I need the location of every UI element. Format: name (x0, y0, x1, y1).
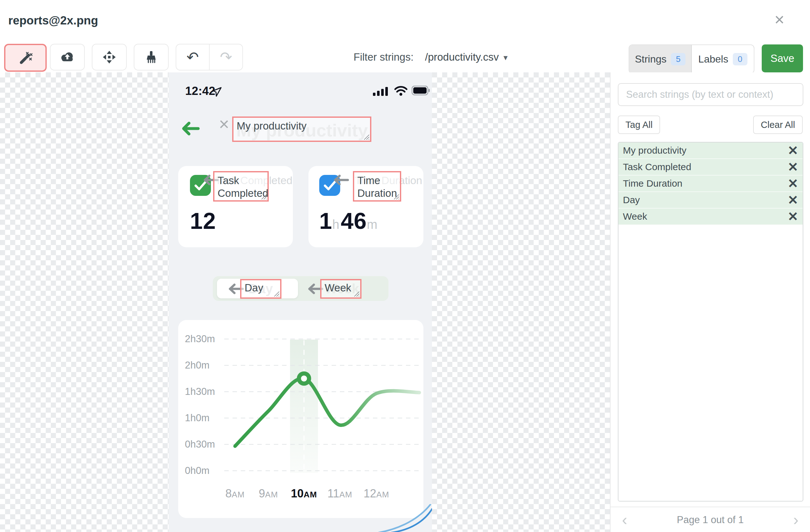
move-icon (102, 50, 116, 64)
annotation-title-text: My productivity (237, 120, 307, 132)
remove-string-icon[interactable]: ✕ (788, 210, 798, 223)
filter-file-dropdown[interactable]: /productivity.csv (425, 51, 499, 63)
annotation-box-time-duration[interactable]: Time Duration (353, 171, 401, 202)
resize-handle-icon[interactable] (354, 291, 359, 297)
page-indicator: Page 1 out of 1 (611, 514, 810, 526)
pagination: ‹ Page 1 out of 1 › (611, 506, 810, 532)
list-item[interactable]: Day✕ (618, 192, 803, 209)
list-item[interactable]: Task Completed✕ (618, 159, 803, 176)
duration-minutes-unit: m (367, 217, 377, 231)
search-input[interactable] (618, 83, 803, 106)
card-task-completed: Task Completed Task Completed 12 (178, 166, 293, 247)
move-button[interactable] (92, 44, 127, 70)
battery-icon (412, 86, 430, 96)
magic-wand-icon (18, 50, 33, 65)
tab-labels[interactable]: Labels 0 (692, 45, 754, 73)
filter-strings-label: Filter strings: (354, 51, 414, 63)
string-tagging-app: reports@2x.png × (0, 0, 810, 532)
tag-all-button[interactable]: Tag All (618, 116, 660, 134)
tab-strings[interactable]: Strings 5 (629, 45, 692, 73)
signal-bars-icon (373, 86, 390, 97)
annotation-box-week[interactable]: Week (320, 279, 361, 299)
strings-panel: Tag All Clear All My productivity✕ Task … (610, 72, 810, 532)
cloud-upload-icon (60, 51, 75, 64)
annotation-week-text: Week (325, 282, 351, 294)
y-axis-tick: 0h30m (185, 439, 229, 450)
list-item[interactable]: Time Duration✕ (618, 176, 803, 192)
duration-minutes: 46 (341, 208, 367, 234)
screenshot-phone: 12:42 × My productivity My productivity (169, 72, 432, 532)
y-axis-tick: 2h30m (185, 333, 229, 345)
annotation-task-text: Task Completed (217, 174, 269, 200)
remove-string-icon[interactable]: ✕ (788, 144, 798, 157)
clear-all-button[interactable]: Clear All (753, 116, 803, 134)
string-text: Time Duration (623, 178, 682, 189)
back-arrow-icon (180, 121, 200, 136)
location-arrow-icon (212, 86, 223, 97)
annotation-box-title[interactable]: My productivity (232, 116, 371, 142)
remove-string-icon[interactable]: ✕ (788, 177, 798, 190)
chevron-down-icon[interactable]: ▾ (503, 53, 507, 63)
close-icon[interactable]: × (774, 11, 784, 28)
undo-redo-group: ↶ ↷ (176, 44, 243, 70)
chevron-right-icon[interactable]: › (793, 512, 798, 528)
resize-handle-icon[interactable] (274, 291, 279, 297)
y-axis-tick: 1h0m (185, 412, 229, 424)
annotation-box-task-completed[interactable]: Task Completed (213, 171, 269, 202)
annotation-box-day[interactable]: Day (240, 279, 281, 299)
duration-hours: 1 (319, 208, 332, 234)
task-count-value: 12 (190, 208, 216, 234)
y-axis-tick: 1h30m (185, 386, 229, 397)
magic-wand-button[interactable] (4, 44, 47, 72)
remove-string-icon[interactable]: ✕ (788, 194, 798, 206)
day-week-toggle: Day Day Week Week (213, 276, 388, 301)
resize-handle-icon[interactable] (364, 134, 369, 140)
list-item[interactable]: Week✕ (618, 209, 803, 225)
toolbar: ↶ ↷ Filter strings: /productivity.csv ▾ … (0, 40, 810, 73)
ghost-close-icon: × (219, 114, 229, 134)
string-text: Week (623, 211, 647, 222)
upload-button[interactable] (50, 44, 85, 70)
list-item[interactable]: My productivity✕ (618, 143, 803, 159)
status-time: 12:42 (185, 84, 215, 98)
redo-icon[interactable]: ↷ (210, 49, 242, 66)
string-text: My productivity (623, 145, 686, 156)
duration-hours-unit: h (332, 217, 339, 231)
tab-strings-label: Strings (635, 53, 667, 65)
x-axis-tick: 12AM (354, 487, 399, 500)
brush-button[interactable] (134, 44, 169, 70)
annotation-duration-text: Time Duration (357, 174, 400, 200)
window-title: reports@2x.png (8, 14, 98, 27)
undo-icon[interactable]: ↶ (176, 49, 209, 66)
string-list: My productivity✕ Task Completed✕ Time Du… (618, 142, 803, 501)
brush-icon (144, 50, 158, 64)
tab-labels-label: Labels (698, 53, 728, 65)
remove-string-icon[interactable]: ✕ (788, 161, 798, 173)
string-text: Task Completed (623, 162, 691, 172)
gray-arrow-icon (333, 174, 349, 186)
card-time-duration: Time Duration Time Duration 1h 46m (308, 166, 423, 247)
annotation-day-text: Day (245, 282, 263, 294)
duration-value: 1h 46m (319, 208, 377, 234)
productivity-chart-card: 2h30m2h0m1h30m1h0m0h30m0h0m8AM9AM10AM11A… (178, 320, 423, 518)
save-button[interactable]: Save (762, 45, 803, 72)
view-tabs: Strings 5 Labels 0 (629, 45, 755, 73)
string-text: Day (623, 195, 640, 205)
decorative-curves (372, 504, 432, 532)
y-axis-tick: 0h0m (185, 465, 229, 477)
strings-count-badge: 5 (671, 53, 685, 65)
y-axis-tick: 2h0m (185, 360, 229, 371)
wifi-icon (394, 86, 407, 96)
labels-count-badge: 0 (733, 53, 747, 65)
